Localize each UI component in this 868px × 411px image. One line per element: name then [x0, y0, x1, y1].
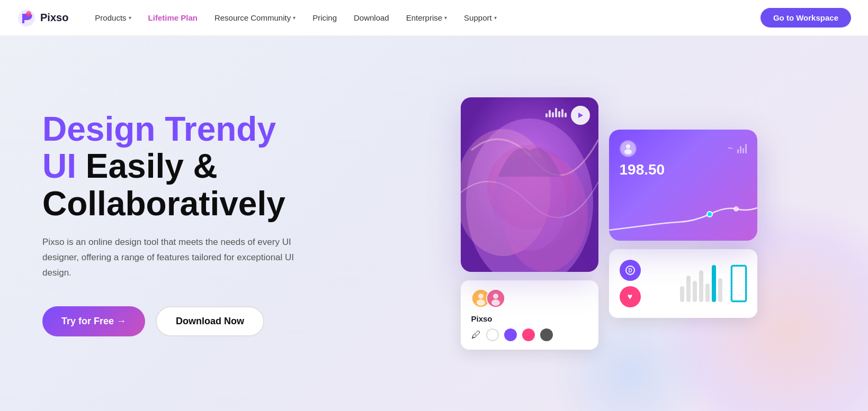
color-swatch-white[interactable] [486, 328, 499, 341]
nav-products[interactable]: Products ▾ [87, 9, 138, 26]
svg-point-16 [626, 144, 630, 149]
bar-group [680, 265, 722, 302]
svg-point-13 [493, 294, 498, 299]
hero-content: Design Trendy UI Easily & Collaborativel… [42, 111, 371, 336]
waveform-bars [545, 108, 567, 117]
avatar [486, 289, 505, 308]
chevron-down-icon: ▾ [444, 15, 447, 21]
play-icon [577, 112, 584, 119]
svg-point-14 [491, 299, 500, 306]
nav-links: Products ▾ Lifetime Plan Resource Commun… [87, 9, 760, 26]
media-card-art [461, 97, 598, 272]
chart-icons: ~ [728, 144, 746, 153]
color-swatch-dark[interactable] [540, 328, 553, 341]
chevron-down-icon: ▾ [494, 15, 497, 21]
chart-card: ~ 198.50 [609, 130, 757, 241]
pixso-icon: D [625, 265, 636, 276]
info-card: Pixso 🖊 [461, 280, 598, 350]
logo-icon [17, 8, 36, 28]
chart-value: 198.50 [620, 161, 747, 178]
color-swatch-purple[interactable] [504, 328, 517, 341]
svg-point-1 [26, 11, 31, 16]
user-avatar-chart [621, 141, 636, 156]
color-swatch-pink[interactable] [522, 328, 535, 341]
play-button[interactable] [571, 106, 590, 125]
try-for-free-button[interactable]: Try for Free → [42, 306, 145, 336]
svg-point-18 [707, 212, 712, 217]
line-chart [609, 198, 757, 241]
hero-section: Design Trendy UI Easily & Collaborativel… [0, 36, 868, 411]
eyedropper-icon: 🖊 [471, 330, 481, 341]
avatar-group [471, 289, 588, 308]
nav-lifetime-plan[interactable]: Lifetime Plan [141, 9, 205, 26]
nav-support[interactable]: Support ▾ [457, 9, 504, 26]
color-picker-row: 🖊 [471, 328, 588, 341]
svg-point-10 [478, 294, 484, 299]
right-cards: ~ 198.50 [609, 130, 757, 318]
chevron-down-icon: ▾ [129, 15, 131, 21]
go-to-workspace-button[interactable]: Go to Workspace [760, 8, 851, 28]
design-icon-purple: D [620, 260, 641, 281]
card-title: Pixso [471, 314, 588, 323]
design-tool-card: D ♥ [609, 249, 757, 318]
mini-bar-chart [737, 144, 747, 153]
design-icon-pink: ♥ [620, 286, 641, 307]
nav-resource-community[interactable]: Resource Community ▾ [207, 9, 303, 26]
nav-enterprise[interactable]: Enterprise ▾ [399, 9, 454, 26]
brand-name: Pixso [40, 12, 68, 24]
svg-marker-8 [578, 113, 583, 118]
navbar: Pixso Products ▾ Lifetime Plan Resource … [0, 0, 868, 36]
media-card [461, 97, 598, 272]
nav-download[interactable]: Download [346, 9, 397, 26]
trending-icon: ~ [728, 144, 732, 153]
heart-icon: ♥ [628, 292, 633, 302]
hero-illustration: Pixso 🖊 [371, 97, 826, 350]
chart-avatar [620, 140, 637, 157]
svg-point-11 [477, 299, 485, 306]
download-now-button[interactable]: Download Now [156, 306, 264, 336]
chevron-down-icon: ▾ [293, 15, 296, 21]
user-avatar [487, 290, 504, 307]
chart-header: ~ [620, 140, 747, 157]
hero-title: Design Trendy UI Easily & Collaborativel… [42, 111, 371, 222]
nav-pricing[interactable]: Pricing [305, 9, 344, 26]
svg-point-17 [624, 149, 632, 154]
design-icon-list: D ♥ [620, 260, 641, 307]
svg-point-19 [734, 207, 738, 211]
bar-chart-group [649, 265, 722, 302]
hero-description: Pixso is an online design tool that meet… [42, 235, 297, 281]
hero-buttons: Try for Free → Download Now [42, 306, 371, 336]
left-cards: Pixso 🖊 [461, 97, 598, 350]
svg-text:D: D [628, 268, 632, 273]
selection-rect [731, 265, 747, 302]
logo[interactable]: Pixso [17, 8, 68, 28]
